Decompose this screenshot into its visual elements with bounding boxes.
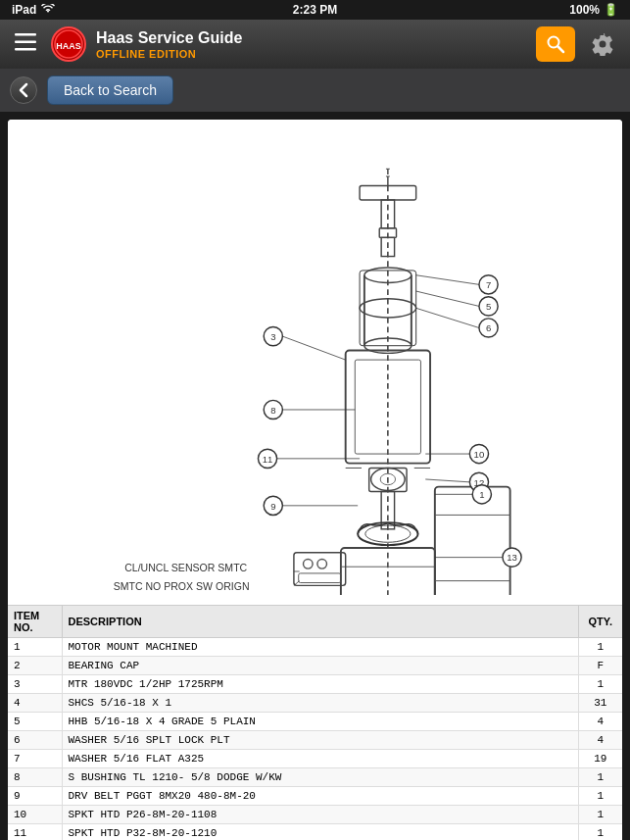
svg-text:1: 1 [479, 489, 484, 500]
svg-point-45 [304, 560, 314, 569]
back-chevron-button[interactable] [10, 76, 37, 104]
cell-item: 1 [8, 638, 62, 657]
svg-rect-44 [294, 553, 346, 586]
cell-description: WASHER 5/16 SPLT LOCK PLT [62, 731, 578, 750]
cell-item: 11 [8, 824, 62, 841]
table-header-description: DESCRIPTION [62, 606, 578, 638]
svg-text:10: 10 [474, 449, 485, 460]
settings-button[interactable] [585, 26, 620, 62]
battery-percent: 100% [569, 3, 600, 17]
diagram-area: 7 5 6 3 8 11 [8, 120, 622, 605]
svg-line-87 [294, 581, 300, 586]
status-right: 100% 🔋 [569, 3, 618, 17]
back-to-search-button[interactable]: Back to Search [47, 75, 173, 105]
cell-item: 9 [8, 787, 62, 806]
svg-line-77 [425, 479, 469, 482]
cell-item: 3 [8, 675, 62, 694]
cell-item: 2 [8, 657, 62, 675]
svg-text:CL/UNCL SENSOR SMTC: CL/UNCL SENSOR SMTC [124, 562, 247, 573]
cell-qty: 1 [578, 768, 622, 787]
svg-text:7: 7 [486, 279, 491, 290]
cell-qty: 31 [578, 694, 622, 713]
svg-rect-47 [299, 573, 341, 583]
ipad-label: iPad [12, 3, 36, 17]
cell-item: 7 [8, 750, 62, 768]
svg-rect-2 [15, 48, 36, 51]
svg-line-57 [416, 275, 479, 285]
svg-rect-0 [15, 33, 36, 36]
table-row: 7 WASHER 5/16 FLAT A325 19 [8, 750, 622, 768]
search-button[interactable] [536, 26, 575, 62]
table-row: 3 MTR 180VDC 1/2HP 1725RPM 1 [8, 675, 622, 694]
cell-qty: 1 [578, 824, 622, 841]
svg-line-6 [558, 47, 564, 53]
battery-icon: 🔋 [604, 3, 618, 17]
menu-button[interactable] [10, 28, 41, 61]
cell-qty: 1 [578, 675, 622, 694]
header-bar: HAAS Haas Service Guide OFFLINE EDITION [0, 20, 630, 69]
svg-line-58 [416, 291, 479, 306]
cell-description: BEARING CAP [62, 657, 578, 675]
cell-description: MTR 180VDC 1/2HP 1725RPM [62, 675, 578, 694]
table-row: 2 BEARING CAP F [8, 657, 622, 675]
status-left: iPad [12, 3, 55, 17]
cell-description: SPKT HTD P32-8M-20-1210 [62, 824, 578, 841]
table-row: 6 WASHER 5/16 SPLT LOCK PLT 4 [8, 731, 622, 750]
cell-qty: 1 [578, 787, 622, 806]
table-header-qty: QTY. [578, 606, 622, 638]
svg-text:11: 11 [263, 454, 273, 465]
cell-qty: 1 [578, 638, 622, 657]
cell-description: S BUSHING TL 1210- 5/8 DODGE W/KW [62, 768, 578, 787]
svg-point-46 [317, 560, 327, 569]
table-row: 9 DRV BELT PGGT 8MX20 480-8M-20 1 [8, 787, 622, 806]
svg-text:SMTC NO PROX SW ORIGN: SMTC NO PROX SW ORIGN [114, 580, 250, 592]
parts-table: ITEM NO. DESCRIPTION QTY. 1 MOTOR MOUNT … [8, 605, 622, 840]
cell-item: 5 [8, 713, 62, 731]
cell-description: HHB 5/16-18 X 4 GRADE 5 PLAIN [62, 713, 578, 731]
svg-text:3: 3 [270, 331, 275, 342]
svg-text:9: 9 [270, 501, 275, 512]
table-header-item: ITEM NO. [8, 606, 62, 638]
svg-text:13: 13 [507, 552, 517, 563]
status-time: 2:23 PM [293, 3, 337, 17]
cell-description: SPKT HTD P26-8M-20-1108 [62, 806, 578, 824]
svg-text:8: 8 [270, 405, 275, 416]
header-text: Haas Service Guide OFFLINE EDITION [96, 28, 526, 59]
cell-qty: 1 [578, 806, 622, 824]
svg-line-59 [416, 308, 479, 327]
status-bar: iPad 2:23 PM 100% 🔋 [0, 0, 630, 20]
cell-qty: 19 [578, 750, 622, 768]
haas-logo: HAAS [51, 26, 86, 62]
cell-item: 10 [8, 806, 62, 824]
app-subtitle: OFFLINE EDITION [96, 48, 526, 60]
content-area: 7 5 6 3 8 11 [8, 120, 622, 840]
table-row: 10 SPKT HTD P26-8M-20-1108 1 [8, 806, 622, 824]
parts-diagram: 7 5 6 3 8 11 [18, 129, 612, 595]
cell-description: WASHER 5/16 FLAT A325 [62, 750, 578, 768]
table-row: 1 MOTOR MOUNT MACHINED 1 [8, 638, 622, 657]
table-row: 5 HHB 5/16-18 X 4 GRADE 5 PLAIN 4 [8, 713, 622, 731]
cell-qty: 4 [578, 713, 622, 731]
svg-line-62 [282, 336, 345, 360]
cell-description: SHCS 5/16-18 X 1 [62, 694, 578, 713]
svg-rect-1 [15, 40, 36, 43]
svg-rect-33 [435, 487, 510, 595]
wifi-icon [41, 3, 55, 17]
cell-description: DRV BELT PGGT 8MX20 480-8M-20 [62, 787, 578, 806]
cell-qty: F [578, 657, 622, 675]
cell-item: 8 [8, 768, 62, 787]
table-row: 11 SPKT HTD P32-8M-20-1210 1 [8, 824, 622, 841]
cell-item: 6 [8, 731, 62, 750]
cell-item: 4 [8, 694, 62, 713]
table-row: 8 S BUSHING TL 1210- 5/8 DODGE W/KW 1 [8, 768, 622, 787]
nav-bar: Back to Search [0, 69, 630, 112]
table-row: 4 SHCS 5/16-18 X 1 31 [8, 694, 622, 713]
svg-text:5: 5 [486, 301, 491, 312]
app-title: Haas Service Guide [96, 28, 526, 47]
svg-text:HAAS: HAAS [56, 41, 81, 51]
cell-qty: 4 [578, 731, 622, 750]
svg-text:6: 6 [486, 322, 491, 333]
cell-description: MOTOR MOUNT MACHINED [62, 638, 578, 657]
